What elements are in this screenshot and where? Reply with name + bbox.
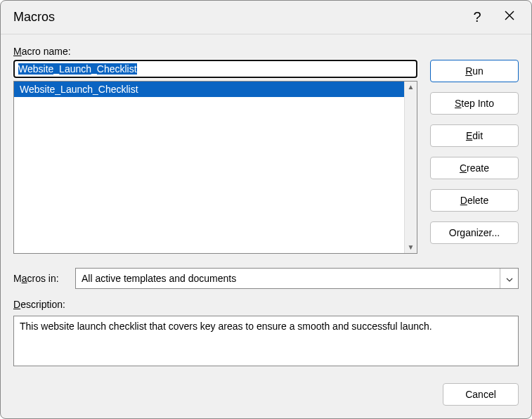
macros-in-row: Macros in: All active templates and docu… [13,268,519,289]
help-button[interactable]: ? [461,4,493,32]
macros-in-label: Macros in: [13,273,68,284]
chevron-down-icon [506,273,513,284]
titlebar: Macros ? [1,1,531,34]
button-column: Run Step Into Edit Create Delete Organiz… [430,46,519,254]
macros-in-select[interactable]: All active templates and documents [75,268,519,289]
dialog-footer: Cancel [13,372,519,406]
close-icon [504,10,515,25]
dialog-title: Macros [13,10,461,25]
edit-button[interactable]: Edit [430,124,519,147]
description-text: This website launch checklist that cover… [20,321,432,332]
description-box: This website launch checklist that cover… [13,316,519,366]
organizer-button[interactable]: Organizer... [430,221,519,244]
macro-name-label: Macro name: [13,46,417,57]
step-into-button[interactable]: Step Into [430,92,519,115]
macro-listbox[interactable]: Website_Launch_Checklist ▲ ▼ [13,81,417,254]
description-label: Description: [13,299,519,310]
select-dropdown-button[interactable] [500,269,518,288]
run-button[interactable]: Run [430,60,519,82]
listbox-scrollbar[interactable]: ▲ ▼ [404,82,417,253]
cancel-button[interactable]: Cancel [443,383,519,406]
list-item[interactable]: Website_Launch_Checklist [14,82,404,97]
macro-list-items: Website_Launch_Checklist [14,82,404,253]
top-section: Macro name: Website_Launch_Checklist ▲ ▼… [13,46,519,254]
macro-name-input[interactable] [13,60,417,78]
close-button[interactable] [493,4,526,32]
macros-in-value: All active templates and documents [76,269,500,288]
left-column: Macro name: Website_Launch_Checklist ▲ ▼ [13,46,417,254]
delete-button[interactable]: Delete [430,189,519,212]
create-button[interactable]: Create [430,157,519,179]
macros-dialog: Macros ? Macro name: Website_Launch_Chec… [0,0,532,419]
dialog-body: Macro name: Website_Launch_Checklist ▲ ▼… [1,34,531,418]
scroll-down-icon[interactable]: ▼ [408,244,415,251]
scroll-up-icon[interactable]: ▲ [408,84,415,91]
